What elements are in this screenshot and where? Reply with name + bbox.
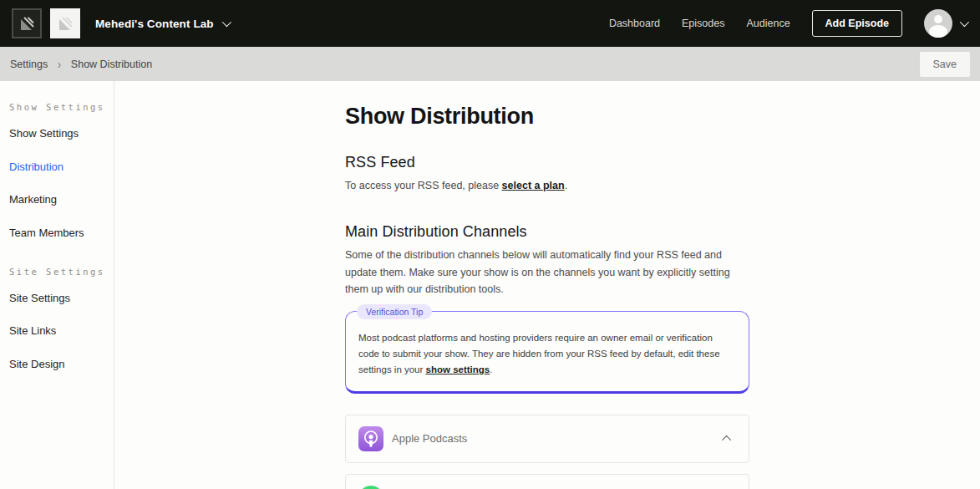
settings-sidebar: Show Settings Show Settings Distribution… (0, 81, 114, 489)
person-icon (934, 15, 942, 23)
page-title: Show Distribution (345, 104, 749, 130)
breadcrumb: Settings › Show Distribution (10, 59, 152, 70)
sidebar-group-site-settings: Site Settings (9, 267, 105, 277)
nav-dashboard[interactable]: Dashboard (609, 18, 660, 29)
account-menu[interactable] (924, 9, 967, 38)
rss-feed-text: To access your RSS feed, please (345, 180, 502, 191)
distribution-channels-description: Some of the distribution channels below … (345, 247, 749, 298)
main-content: Show Distribution RSS Feed To access you… (114, 81, 980, 489)
show-switcher[interactable]: Mehedi's Content Lab (95, 18, 229, 30)
channel-list: Apple Podcasts Spotify (345, 415, 749, 489)
app-logo[interactable] (12, 8, 42, 38)
chevron-down-icon (960, 18, 969, 27)
sidebar-item-site-links[interactable]: Site Links (9, 319, 105, 342)
verification-tip-label: Verification Tip (357, 304, 432, 319)
breadcrumb-separator-icon: › (58, 58, 61, 71)
channel-name: Apple Podcasts (392, 432, 724, 445)
sidebar-group-show-settings: Show Settings (9, 102, 105, 112)
show-settings-link[interactable]: show settings (426, 364, 490, 374)
sidebar-item-distribution[interactable]: Distribution (9, 155, 105, 178)
verification-tip-text: Most podcast platforms and hosting provi… (358, 333, 720, 374)
apple-podcasts-icon (358, 426, 383, 451)
avatar (924, 9, 952, 38)
verification-tip-box: Verification Tip Most podcast platforms … (345, 311, 749, 394)
distribution-channels-heading: Main Distribution Channels (345, 223, 749, 241)
breadcrumb-bar: Settings › Show Distribution Save (0, 47, 980, 81)
spotify-icon (358, 486, 383, 489)
rss-feed-heading: RSS Feed (345, 154, 749, 171)
chevron-down-icon (221, 18, 231, 27)
distribution-channels-section: Main Distribution Channels Some of the d… (345, 223, 749, 298)
select-a-plan-link[interactable]: select a plan (502, 180, 565, 191)
sidebar-item-site-settings[interactable]: Site Settings (9, 287, 105, 309)
sidebar-item-team-members[interactable]: Team Members (9, 222, 105, 244)
topbar: Mehedi's Content Lab Dashboard Episodes … (0, 0, 980, 47)
add-episode-button[interactable]: Add Episode (812, 10, 902, 37)
breadcrumb-settings[interactable]: Settings (10, 59, 48, 70)
breadcrumb-show-distribution: Show Distribution (71, 59, 152, 70)
save-button[interactable]: Save (920, 52, 971, 77)
channel-card-spotify[interactable]: Spotify (345, 474, 749, 489)
sidebar-item-site-design[interactable]: Site Design (9, 353, 105, 375)
show-artwork[interactable] (50, 8, 80, 38)
sidebar-item-marketing[interactable]: Marketing (9, 188, 105, 211)
broken-image-icon (55, 13, 75, 33)
nav-episodes[interactable]: Episodes (682, 18, 724, 29)
nav-audience[interactable]: Audience (746, 18, 790, 29)
rss-feed-section: RSS Feed To access your RSS feed, please… (345, 154, 749, 194)
channel-card-apple-podcasts[interactable]: Apple Podcasts (345, 415, 749, 463)
sidebar-item-show-settings[interactable]: Show Settings (9, 122, 105, 145)
show-name: Mehedi's Content Lab (95, 18, 214, 30)
broken-image-icon (17, 13, 37, 33)
